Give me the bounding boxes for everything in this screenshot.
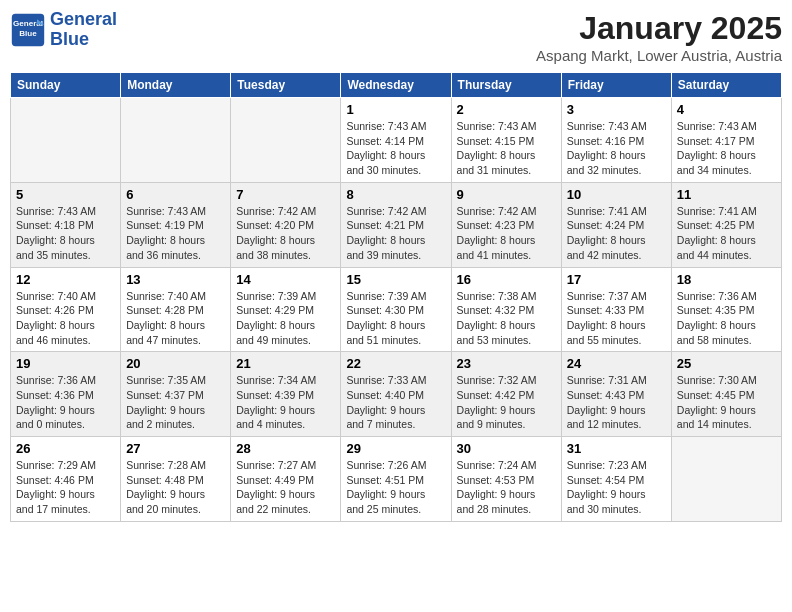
svg-text:Blue: Blue (19, 29, 37, 38)
day-number: 15 (346, 272, 445, 287)
calendar-day-cell: 6Sunrise: 7:43 AM Sunset: 4:19 PM Daylig… (121, 182, 231, 267)
calendar-week-row: 19Sunrise: 7:36 AM Sunset: 4:36 PM Dayli… (11, 352, 782, 437)
calendar-week-row: 1Sunrise: 7:43 AM Sunset: 4:14 PM Daylig… (11, 98, 782, 183)
day-info: Sunrise: 7:35 AM Sunset: 4:37 PM Dayligh… (126, 373, 225, 432)
day-number: 19 (16, 356, 115, 371)
day-number: 20 (126, 356, 225, 371)
day-info: Sunrise: 7:41 AM Sunset: 4:25 PM Dayligh… (677, 204, 776, 263)
calendar-day-cell: 27Sunrise: 7:28 AM Sunset: 4:48 PM Dayli… (121, 437, 231, 522)
day-number: 29 (346, 441, 445, 456)
day-number: 26 (16, 441, 115, 456)
day-number: 21 (236, 356, 335, 371)
logo-text-line2: Blue (50, 30, 117, 50)
weekday-header: Sunday (11, 73, 121, 98)
location-title: Aspang Markt, Lower Austria, Austria (536, 47, 782, 64)
weekday-header: Monday (121, 73, 231, 98)
day-number: 6 (126, 187, 225, 202)
calendar-day-cell: 1Sunrise: 7:43 AM Sunset: 4:14 PM Daylig… (341, 98, 451, 183)
day-info: Sunrise: 7:42 AM Sunset: 4:23 PM Dayligh… (457, 204, 556, 263)
title-block: January 2025 Aspang Markt, Lower Austria… (536, 10, 782, 64)
calendar-day-cell: 19Sunrise: 7:36 AM Sunset: 4:36 PM Dayli… (11, 352, 121, 437)
day-info: Sunrise: 7:23 AM Sunset: 4:54 PM Dayligh… (567, 458, 666, 517)
calendar-table: SundayMondayTuesdayWednesdayThursdayFrid… (10, 72, 782, 522)
calendar-day-cell: 14Sunrise: 7:39 AM Sunset: 4:29 PM Dayli… (231, 267, 341, 352)
calendar-day-cell: 25Sunrise: 7:30 AM Sunset: 4:45 PM Dayli… (671, 352, 781, 437)
day-info: Sunrise: 7:40 AM Sunset: 4:28 PM Dayligh… (126, 289, 225, 348)
calendar-day-cell: 15Sunrise: 7:39 AM Sunset: 4:30 PM Dayli… (341, 267, 451, 352)
day-info: Sunrise: 7:32 AM Sunset: 4:42 PM Dayligh… (457, 373, 556, 432)
day-number: 23 (457, 356, 556, 371)
day-info: Sunrise: 7:43 AM Sunset: 4:19 PM Dayligh… (126, 204, 225, 263)
calendar-day-cell: 21Sunrise: 7:34 AM Sunset: 4:39 PM Dayli… (231, 352, 341, 437)
logo: General Blue General Blue (10, 10, 117, 50)
day-number: 5 (16, 187, 115, 202)
logo-icon: General Blue (10, 12, 46, 48)
day-number: 10 (567, 187, 666, 202)
calendar-day-cell (231, 98, 341, 183)
logo-text-line1: General (50, 10, 117, 30)
weekday-header: Tuesday (231, 73, 341, 98)
day-info: Sunrise: 7:31 AM Sunset: 4:43 PM Dayligh… (567, 373, 666, 432)
month-title: January 2025 (536, 10, 782, 47)
day-info: Sunrise: 7:43 AM Sunset: 4:16 PM Dayligh… (567, 119, 666, 178)
weekday-header: Wednesday (341, 73, 451, 98)
calendar-day-cell: 24Sunrise: 7:31 AM Sunset: 4:43 PM Dayli… (561, 352, 671, 437)
calendar-day-cell: 5Sunrise: 7:43 AM Sunset: 4:18 PM Daylig… (11, 182, 121, 267)
day-info: Sunrise: 7:29 AM Sunset: 4:46 PM Dayligh… (16, 458, 115, 517)
day-number: 30 (457, 441, 556, 456)
calendar-day-cell: 17Sunrise: 7:37 AM Sunset: 4:33 PM Dayli… (561, 267, 671, 352)
weekday-header: Friday (561, 73, 671, 98)
day-number: 17 (567, 272, 666, 287)
calendar-day-cell: 7Sunrise: 7:42 AM Sunset: 4:20 PM Daylig… (231, 182, 341, 267)
day-info: Sunrise: 7:36 AM Sunset: 4:35 PM Dayligh… (677, 289, 776, 348)
calendar-day-cell: 26Sunrise: 7:29 AM Sunset: 4:46 PM Dayli… (11, 437, 121, 522)
day-info: Sunrise: 7:43 AM Sunset: 4:18 PM Dayligh… (16, 204, 115, 263)
day-info: Sunrise: 7:40 AM Sunset: 4:26 PM Dayligh… (16, 289, 115, 348)
day-number: 18 (677, 272, 776, 287)
calendar-day-cell: 29Sunrise: 7:26 AM Sunset: 4:51 PM Dayli… (341, 437, 451, 522)
calendar-header-row: SundayMondayTuesdayWednesdayThursdayFrid… (11, 73, 782, 98)
day-info: Sunrise: 7:34 AM Sunset: 4:39 PM Dayligh… (236, 373, 335, 432)
day-info: Sunrise: 7:39 AM Sunset: 4:29 PM Dayligh… (236, 289, 335, 348)
day-number: 3 (567, 102, 666, 117)
calendar-day-cell: 28Sunrise: 7:27 AM Sunset: 4:49 PM Dayli… (231, 437, 341, 522)
calendar-day-cell: 10Sunrise: 7:41 AM Sunset: 4:24 PM Dayli… (561, 182, 671, 267)
day-info: Sunrise: 7:36 AM Sunset: 4:36 PM Dayligh… (16, 373, 115, 432)
page-header: General Blue General Blue January 2025 A… (10, 10, 782, 64)
day-info: Sunrise: 7:41 AM Sunset: 4:24 PM Dayligh… (567, 204, 666, 263)
weekday-header: Thursday (451, 73, 561, 98)
day-number: 12 (16, 272, 115, 287)
day-info: Sunrise: 7:26 AM Sunset: 4:51 PM Dayligh… (346, 458, 445, 517)
calendar-day-cell: 11Sunrise: 7:41 AM Sunset: 4:25 PM Dayli… (671, 182, 781, 267)
day-info: Sunrise: 7:38 AM Sunset: 4:32 PM Dayligh… (457, 289, 556, 348)
day-number: 2 (457, 102, 556, 117)
day-info: Sunrise: 7:43 AM Sunset: 4:15 PM Dayligh… (457, 119, 556, 178)
day-info: Sunrise: 7:43 AM Sunset: 4:14 PM Dayligh… (346, 119, 445, 178)
calendar-day-cell (671, 437, 781, 522)
calendar-day-cell: 22Sunrise: 7:33 AM Sunset: 4:40 PM Dayli… (341, 352, 451, 437)
day-info: Sunrise: 7:28 AM Sunset: 4:48 PM Dayligh… (126, 458, 225, 517)
day-number: 9 (457, 187, 556, 202)
day-info: Sunrise: 7:42 AM Sunset: 4:21 PM Dayligh… (346, 204, 445, 263)
day-info: Sunrise: 7:24 AM Sunset: 4:53 PM Dayligh… (457, 458, 556, 517)
calendar-day-cell: 8Sunrise: 7:42 AM Sunset: 4:21 PM Daylig… (341, 182, 451, 267)
calendar-day-cell: 3Sunrise: 7:43 AM Sunset: 4:16 PM Daylig… (561, 98, 671, 183)
calendar-day-cell: 20Sunrise: 7:35 AM Sunset: 4:37 PM Dayli… (121, 352, 231, 437)
calendar-day-cell: 16Sunrise: 7:38 AM Sunset: 4:32 PM Dayli… (451, 267, 561, 352)
day-number: 1 (346, 102, 445, 117)
weekday-header: Saturday (671, 73, 781, 98)
day-number: 14 (236, 272, 335, 287)
calendar-day-cell: 13Sunrise: 7:40 AM Sunset: 4:28 PM Dayli… (121, 267, 231, 352)
day-number: 24 (567, 356, 666, 371)
calendar-day-cell (11, 98, 121, 183)
day-number: 13 (126, 272, 225, 287)
day-number: 4 (677, 102, 776, 117)
calendar-week-row: 5Sunrise: 7:43 AM Sunset: 4:18 PM Daylig… (11, 182, 782, 267)
day-number: 27 (126, 441, 225, 456)
day-info: Sunrise: 7:39 AM Sunset: 4:30 PM Dayligh… (346, 289, 445, 348)
day-info: Sunrise: 7:43 AM Sunset: 4:17 PM Dayligh… (677, 119, 776, 178)
day-number: 11 (677, 187, 776, 202)
calendar-day-cell: 18Sunrise: 7:36 AM Sunset: 4:35 PM Dayli… (671, 267, 781, 352)
calendar-day-cell: 23Sunrise: 7:32 AM Sunset: 4:42 PM Dayli… (451, 352, 561, 437)
day-info: Sunrise: 7:42 AM Sunset: 4:20 PM Dayligh… (236, 204, 335, 263)
